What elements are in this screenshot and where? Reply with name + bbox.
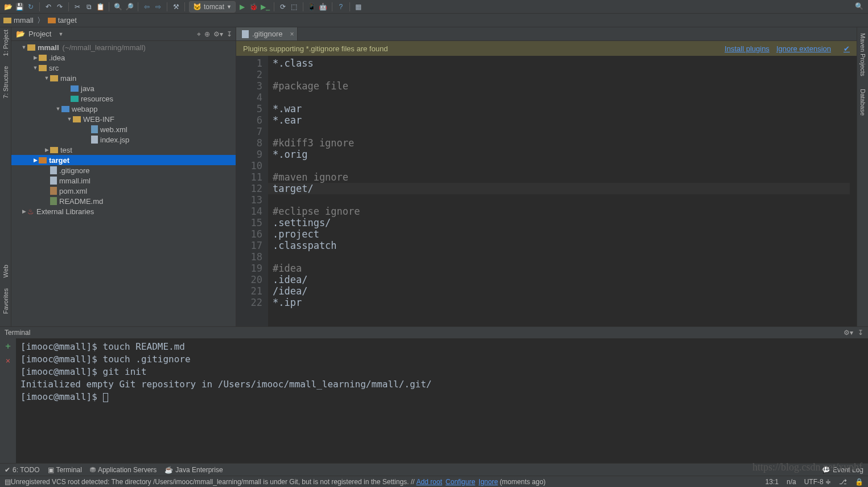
open-icon[interactable]: 📂 xyxy=(3,2,13,11)
terminal-header: Terminal ⚙▾ ↧ xyxy=(0,327,868,338)
tool-tab-project[interactable]: 1: Project xyxy=(2,30,9,56)
watermark-text: https://blog.csdn.net/xyphf xyxy=(752,461,862,473)
cut-icon[interactable]: ✂ xyxy=(73,2,82,11)
lock-icon[interactable]: 🔒 xyxy=(855,478,863,486)
install-plugins-link[interactable]: Install plugins xyxy=(725,44,770,53)
redo-icon[interactable]: ↷ xyxy=(55,2,64,11)
terminal-panel: Terminal ⚙▾ ↧ + × [imooc@mmall]$ touch R… xyxy=(0,326,868,463)
tree-item[interactable]: pom.xml xyxy=(11,186,236,196)
tree-item[interactable]: ▼ WEB-INF xyxy=(11,114,236,124)
tree-item-label: webapp xyxy=(72,105,98,113)
tree-item[interactable]: ▼ src xyxy=(11,63,236,73)
tree-external-libs[interactable]: ▶♨ External Libraries xyxy=(11,206,236,216)
hide-icon[interactable]: ↧ xyxy=(227,30,232,38)
expand-icon[interactable]: ⊕ xyxy=(204,30,210,38)
plugins-notice-bar: Plugins supporting *.gitignore files are… xyxy=(236,41,857,56)
search-icon[interactable]: 🔍 xyxy=(854,2,863,11)
tool-tab-maven[interactable]: Maven Projects xyxy=(859,33,866,76)
status-link-ignore[interactable]: Ignore xyxy=(479,478,498,486)
editor-tab-gitignore[interactable]: .gitignore × xyxy=(236,27,298,40)
tree-item[interactable]: ▼ main xyxy=(11,73,236,83)
tab-javaee[interactable]: ☕ Java Enterprise xyxy=(164,466,223,474)
editor-body[interactable]: 12345678910111213141516171819202122 *.cl… xyxy=(236,56,857,326)
tree-item[interactable]: ▶ test xyxy=(11,145,236,155)
status-link-configure[interactable]: Configure xyxy=(446,478,475,486)
terminal-side-actions: + × xyxy=(0,338,16,463)
breadcrumb-label: target xyxy=(58,16,77,24)
tree-item[interactable]: .gitignore xyxy=(11,165,236,175)
add-terminal-icon[interactable]: + xyxy=(5,341,11,351)
folder-icon xyxy=(48,18,56,23)
save-icon[interactable]: 💾 xyxy=(15,2,24,11)
debug-icon[interactable]: 🐞 xyxy=(249,2,258,11)
status-insert-mode[interactable]: n/a xyxy=(787,478,796,486)
run-icon[interactable]: ▶ xyxy=(238,2,247,11)
tool-tab-database[interactable]: Database xyxy=(859,89,866,116)
avd-icon[interactable]: 📱 xyxy=(307,2,316,11)
tree-item-label: .gitignore xyxy=(59,166,89,175)
notice-text: Plugins supporting *.gitignore files are… xyxy=(243,44,388,53)
undo-icon[interactable]: ↶ xyxy=(44,2,53,11)
tree-item[interactable]: mmall.iml xyxy=(11,175,236,186)
tree-item[interactable]: README.md xyxy=(11,196,236,206)
misc-icon[interactable]: ▦ xyxy=(354,2,363,11)
zoom-out-icon[interactable]: 🔎 xyxy=(125,2,134,11)
tree-root[interactable]: ▼ mmall (~/mmall_learning/mmall) xyxy=(11,42,236,52)
sync-icon[interactable]: ↻ xyxy=(26,2,35,11)
status-link-add-root[interactable]: Add root xyxy=(416,478,442,486)
git-branch-icon[interactable]: ⎇ xyxy=(839,478,847,486)
build-icon[interactable]: ⚒ xyxy=(171,2,180,11)
tree-item-selected[interactable]: ▶ target xyxy=(11,155,236,165)
status-encoding[interactable]: UTF-8 xyxy=(804,478,824,486)
tool-tab-web[interactable]: Web xyxy=(2,265,9,277)
tree-item[interactable]: ▼ webapp xyxy=(11,104,236,114)
tab-todo[interactable]: ✔ 6: TODO xyxy=(5,466,40,474)
terminal-title: Terminal xyxy=(5,329,30,337)
tree-item-label: External Libraries xyxy=(36,207,94,216)
forward-icon[interactable]: ⇨ xyxy=(154,2,163,11)
code-area[interactable]: *.class #package file *.war*.ear #kdiff3… xyxy=(268,56,857,326)
tree-item-label: src xyxy=(49,64,59,72)
breadcrumb-item[interactable]: target xyxy=(48,16,77,24)
terminal-output[interactable]: [imooc@mmall]$ touch README.md[imooc@mma… xyxy=(16,338,868,463)
close-icon[interactable]: × xyxy=(290,30,294,38)
tree-item[interactable]: index.jsp xyxy=(11,134,236,145)
rerun-icon[interactable]: ⟳ xyxy=(278,2,287,11)
bottom-tool-tabs: ✔ 6: TODO ▣ Terminal ⛃ Application Serve… xyxy=(0,463,868,476)
tool-tab-favorites[interactable]: Favorites xyxy=(2,288,9,314)
tree-item[interactable]: resources xyxy=(11,93,236,104)
tab-appservers[interactable]: ⛃ Application Servers xyxy=(90,466,157,474)
back-icon[interactable]: ⇦ xyxy=(142,2,151,11)
status-suffix: (moments ago) xyxy=(500,478,546,486)
editor-tab-label: .gitignore xyxy=(252,30,282,38)
tree-item-label: target xyxy=(49,156,69,165)
paste-icon[interactable]: 📋 xyxy=(96,2,105,11)
copy-icon[interactable]: ⧉ xyxy=(84,2,93,11)
zoom-in-icon[interactable]: 🔍 xyxy=(113,2,122,11)
ignore-extension-link[interactable]: Ignore extension xyxy=(776,44,831,53)
gear-icon[interactable]: ⚙▾ xyxy=(213,30,223,38)
tree-item-label: index.jsp xyxy=(100,136,129,144)
hide-icon[interactable]: ↧ xyxy=(858,329,863,337)
file-icon xyxy=(242,30,249,38)
collapse-icon[interactable]: ⌖ xyxy=(197,30,201,38)
status-cursor-pos[interactable]: 13:1 xyxy=(766,478,779,486)
tab-terminal[interactable]: ▣ Terminal xyxy=(48,466,82,474)
main-toolbar: 📂 💾 ↻ ↶ ↷ ✂ ⧉ 📋 🔍 🔎 ⇦ ⇨ ⚒ 🐱 tomcat ▼ ▶ 🐞… xyxy=(0,0,868,14)
coverage-icon[interactable]: ▶⎯ xyxy=(261,2,270,11)
tool-tab-structure[interactable]: 7: Structure xyxy=(2,66,9,99)
status-message: Unregistered VCS root detected: The dire… xyxy=(11,478,414,486)
help-icon[interactable]: ? xyxy=(336,2,345,11)
android-icon[interactable]: 🤖 xyxy=(319,2,328,11)
tree-item[interactable]: web.xml xyxy=(11,124,236,134)
folder-icon xyxy=(3,18,11,23)
editor-tabs: .gitignore × xyxy=(236,27,857,41)
project-tree[interactable]: ▼ mmall (~/mmall_learning/mmall) ▶ .idea… xyxy=(11,41,236,326)
gear-icon[interactable]: ⚙▾ xyxy=(844,329,853,337)
tree-item[interactable]: java xyxy=(11,83,236,93)
stop-icon[interactable]: ⬚ xyxy=(290,2,299,11)
run-config-dropdown[interactable]: 🐱 tomcat ▼ xyxy=(189,1,236,13)
tree-item[interactable]: ▶ .idea xyxy=(11,52,236,63)
breadcrumb-item[interactable]: mmall xyxy=(3,16,34,24)
close-terminal-icon[interactable]: × xyxy=(6,356,10,365)
